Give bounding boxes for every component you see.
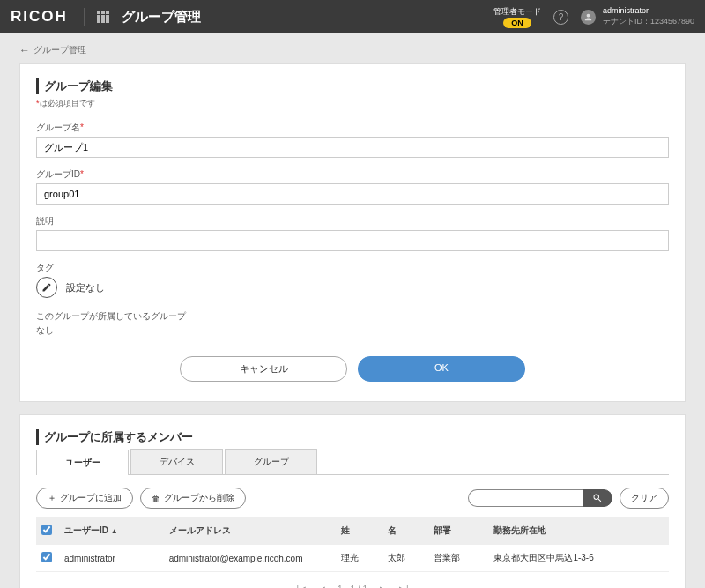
cell-location: 東京都大田区中馬込1-3-6	[488, 545, 669, 572]
members-table: ユーザーID ▲ メールアドレス 姓 名 部署 勤務先所在地 administr…	[36, 517, 669, 572]
table-row[interactable]: administrator administrator@example.rico…	[36, 545, 669, 572]
breadcrumb[interactable]: ← グループ管理	[19, 44, 686, 56]
pagination: |◀ ◀ 1 - 1 / 1 ▶ ▶|	[36, 584, 669, 588]
back-arrow-icon: ←	[19, 44, 30, 56]
group-name-input[interactable]	[36, 137, 669, 158]
first-page-icon[interactable]: |◀	[296, 584, 306, 588]
row-checkbox[interactable]	[41, 552, 52, 562]
add-to-group-button[interactable]: ＋グループに追加	[36, 488, 133, 509]
col-lastname[interactable]: 姓	[336, 517, 382, 545]
logo: RICOH	[11, 8, 85, 26]
col-department[interactable]: 部署	[428, 517, 489, 545]
col-user-id[interactable]: ユーザーID ▲	[59, 517, 164, 545]
tab-device[interactable]: デバイス	[130, 449, 223, 474]
cell-lastname: 理光	[336, 545, 382, 572]
parent-group-label: このグループが所属しているグループ	[36, 310, 669, 323]
username: administrator	[603, 6, 694, 17]
col-location[interactable]: 勤務先所在地	[488, 517, 669, 545]
remove-from-group-button[interactable]: 🗑グループから削除	[140, 488, 246, 509]
description-input[interactable]	[36, 230, 669, 251]
app-header: RICOH グループ管理 管理者モード ON ? administrator テ…	[0, 0, 705, 33]
apps-icon[interactable]	[97, 11, 109, 23]
next-page-icon[interactable]: ▶	[380, 584, 387, 588]
prev-page-icon[interactable]: ◀	[318, 584, 325, 588]
plus-icon: ＋	[48, 492, 56, 504]
search-icon	[592, 493, 603, 503]
tenant-id: テナントID：1234567890	[603, 17, 694, 27]
admin-mode-toggle[interactable]: ON	[503, 18, 531, 28]
tag-label: タグ	[36, 262, 669, 274]
clear-button[interactable]: クリア	[620, 488, 669, 509]
cell-user-id: administrator	[59, 545, 164, 572]
admin-mode-indicator: 管理者モード ON	[494, 6, 541, 28]
tab-group[interactable]: グループ	[225, 449, 317, 474]
group-members-panel: グループに所属するメンバー ユーザー デバイス グループ ＋グループに追加 🗑グ…	[19, 414, 686, 588]
edit-tag-button[interactable]	[36, 277, 57, 298]
section-title-edit: グループ編集	[36, 78, 669, 94]
cell-department: 営業部	[428, 545, 489, 572]
search-button[interactable]	[583, 489, 612, 507]
page-title: グループ管理	[122, 9, 201, 26]
help-icon[interactable]: ?	[553, 10, 568, 25]
ok-button[interactable]: OK	[358, 356, 525, 382]
trash-icon: 🗑	[152, 494, 160, 503]
search-input[interactable]	[468, 489, 583, 507]
group-edit-panel: グループ編集 *は必須項目です グループ名* グループID* 説明 タグ 設定な…	[19, 63, 686, 402]
section-title-members: グループに所属するメンバー	[36, 429, 669, 445]
user-avatar-icon[interactable]	[581, 10, 596, 25]
group-name-label: グループ名*	[36, 122, 669, 134]
cancel-button[interactable]: キャンセル	[180, 356, 347, 382]
page-indicator: 1 - 1 / 1	[338, 584, 367, 588]
user-info: administrator テナントID：1234567890	[603, 6, 694, 26]
select-all-checkbox[interactable]	[41, 525, 52, 535]
breadcrumb-label: グループ管理	[33, 44, 86, 56]
col-firstname[interactable]: 名	[382, 517, 428, 545]
col-email[interactable]: メールアドレス	[164, 517, 337, 545]
cell-email: administrator@example.ricoh.com	[164, 545, 337, 572]
member-tabs: ユーザー デバイス グループ	[36, 449, 669, 475]
group-id-input[interactable]	[36, 183, 669, 205]
group-id-label: グループID*	[36, 168, 669, 181]
cell-firstname: 太郎	[382, 545, 428, 572]
last-page-icon[interactable]: ▶|	[399, 584, 409, 588]
sort-asc-icon: ▲	[111, 527, 118, 535]
admin-mode-label: 管理者モード	[494, 6, 541, 18]
tab-user[interactable]: ユーザー	[36, 450, 129, 475]
tag-value: 設定なし	[66, 281, 105, 294]
description-label: 説明	[36, 215, 669, 227]
parent-group-value: なし	[36, 324, 669, 337]
required-note: *は必須項目です	[36, 98, 669, 109]
